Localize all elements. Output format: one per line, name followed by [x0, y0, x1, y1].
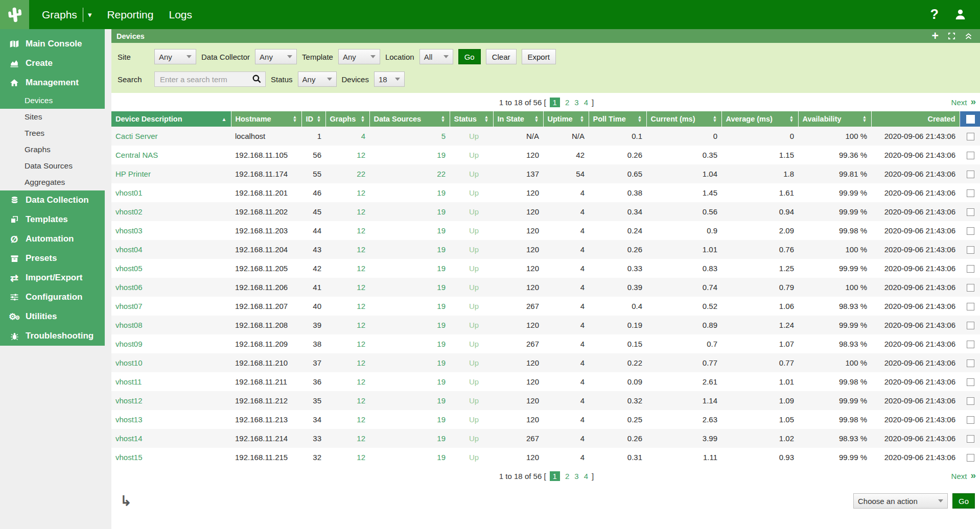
graphs-cell[interactable]: 12: [325, 448, 369, 467]
row-checkbox[interactable]: [967, 341, 974, 348]
data-sources-cell[interactable]: 19: [369, 391, 450, 410]
column-header-hostname[interactable]: Hostname▲▼: [231, 111, 301, 127]
sidebar-subitem-trees[interactable]: Trees: [0, 125, 105, 141]
chevron-down-icon[interactable]: ▾: [83, 8, 92, 22]
device-description-cell[interactable]: vhost14: [111, 429, 231, 448]
data-sources-cell[interactable]: 19: [369, 278, 450, 297]
go-button[interactable]: Go: [458, 49, 481, 64]
device-description-cell[interactable]: vhost09: [111, 334, 231, 353]
device-description-cell[interactable]: vhost11: [111, 372, 231, 391]
search-input[interactable]: [154, 71, 266, 87]
sidebar-subitem-sites[interactable]: Sites: [0, 109, 105, 125]
graphs-cell[interactable]: 12: [325, 278, 369, 297]
column-header-status[interactable]: Status▲▼: [450, 111, 493, 127]
sidebar-item-main-console[interactable]: Main Console: [0, 34, 105, 54]
data-sources-cell[interactable]: 19: [369, 146, 450, 164]
device-description-cell[interactable]: HP Printer: [111, 164, 231, 183]
menu-item-reporting[interactable]: Reporting: [99, 0, 161, 29]
data-sources-cell[interactable]: 19: [369, 372, 450, 391]
column-header-device-description[interactable]: Device Description▲: [111, 111, 231, 127]
graphs-cell[interactable]: 12: [325, 316, 369, 334]
device-description-cell[interactable]: Central NAS: [111, 146, 231, 164]
data-sources-cell[interactable]: 19: [369, 448, 450, 467]
template-select[interactable]: Any: [338, 49, 380, 64]
site-select[interactable]: Any: [154, 49, 196, 64]
graphs-cell[interactable]: 12: [325, 353, 369, 372]
graphs-cell[interactable]: 12: [325, 259, 369, 278]
device-description-cell[interactable]: vhost06: [111, 278, 231, 297]
column-header-average-ms[interactable]: Average (ms)▲▼: [721, 111, 798, 127]
user-icon[interactable]: [954, 8, 967, 21]
menu-item-graphs[interactable]: Graphs▾: [34, 0, 99, 29]
data-sources-cell[interactable]: 19: [369, 183, 450, 202]
cacti-logo[interactable]: [0, 0, 29, 29]
sidebar-item-templates[interactable]: Templates: [0, 210, 105, 229]
clear-button[interactable]: Clear: [486, 49, 517, 64]
collapse-button[interactable]: [965, 32, 972, 40]
current-page[interactable]: 1: [550, 471, 560, 481]
search-icon[interactable]: [252, 74, 262, 86]
sidebar-subitem-graphs[interactable]: Graphs: [0, 141, 105, 158]
column-header-data-sources[interactable]: Data Sources▲▼: [369, 111, 450, 127]
graphs-cell[interactable]: 12: [325, 429, 369, 448]
device-description-cell[interactable]: vhost03: [111, 221, 231, 240]
device-description-cell[interactable]: vhost01: [111, 183, 231, 202]
page-link-4[interactable]: 4: [584, 98, 588, 107]
status-select[interactable]: Any: [298, 71, 337, 87]
data-sources-cell[interactable]: 19: [369, 334, 450, 353]
data-sources-cell[interactable]: 19: [369, 429, 450, 448]
sidebar-item-create[interactable]: Create: [0, 54, 105, 73]
row-checkbox[interactable]: [967, 378, 974, 386]
device-description-cell[interactable]: vhost08: [111, 316, 231, 334]
data-sources-cell[interactable]: 19: [369, 410, 450, 429]
row-checkbox[interactable]: [967, 359, 974, 367]
devices-per-page-select[interactable]: 18: [374, 71, 405, 87]
graphs-cell[interactable]: 12: [325, 391, 369, 410]
maximize-button[interactable]: [948, 32, 955, 40]
sidebar-item-import-export[interactable]: ⇄Import/Export: [0, 268, 105, 287]
data-sources-cell[interactable]: 22: [369, 164, 450, 183]
column-header-graphs[interactable]: Graphs▲▼: [325, 111, 369, 127]
graphs-cell[interactable]: 12: [325, 334, 369, 353]
row-checkbox[interactable]: [967, 265, 974, 273]
device-description-cell[interactable]: vhost02: [111, 202, 231, 221]
row-checkbox[interactable]: [967, 152, 974, 159]
row-checkbox[interactable]: [967, 189, 974, 197]
next-page-link[interactable]: Next»: [951, 97, 975, 107]
page-link-3[interactable]: 3: [574, 98, 578, 107]
row-checkbox[interactable]: [967, 246, 974, 254]
sidebar-subitem-data-sources[interactable]: Data Sources: [0, 158, 105, 174]
select-all-checkbox[interactable]: [960, 111, 980, 127]
sidebar-subitem-devices[interactable]: Devices: [0, 92, 105, 109]
page-link-3[interactable]: 3: [574, 472, 578, 480]
next-page-link[interactable]: Next»: [951, 471, 975, 481]
sidebar-item-presets[interactable]: Presets: [0, 249, 105, 268]
select-all-checkbox-box[interactable]: [966, 115, 975, 124]
data-sources-cell[interactable]: 19: [369, 259, 450, 278]
page-link-2[interactable]: 2: [565, 98, 569, 107]
row-checkbox[interactable]: [967, 435, 974, 443]
graphs-cell[interactable]: 12: [325, 372, 369, 391]
row-checkbox[interactable]: [967, 284, 974, 292]
column-header-in-state[interactable]: In State▲▼: [493, 111, 543, 127]
graphs-cell[interactable]: 12: [325, 146, 369, 164]
help-icon[interactable]: ?: [930, 8, 939, 21]
device-description-cell[interactable]: vhost13: [111, 410, 231, 429]
current-page[interactable]: 1: [550, 98, 560, 107]
data-collector-select[interactable]: Any: [255, 49, 297, 64]
export-button[interactable]: Export: [522, 49, 556, 64]
graphs-cell[interactable]: 12: [325, 410, 369, 429]
graphs-cell[interactable]: 12: [325, 297, 369, 316]
device-description-cell[interactable]: vhost15: [111, 448, 231, 467]
graphs-cell[interactable]: 12: [325, 221, 369, 240]
device-description-cell[interactable]: Cacti Server: [111, 127, 231, 146]
row-checkbox[interactable]: [967, 397, 974, 405]
device-description-cell[interactable]: vhost10: [111, 353, 231, 372]
row-checkbox[interactable]: [967, 171, 974, 178]
column-header-id[interactable]: ID▲▼: [301, 111, 325, 127]
sidebar-item-automation[interactable]: ØAutomation: [0, 229, 105, 249]
data-sources-cell[interactable]: 19: [369, 221, 450, 240]
data-sources-cell[interactable]: 19: [369, 240, 450, 259]
column-header-created[interactable]: Created: [871, 111, 960, 127]
device-description-cell[interactable]: vhost12: [111, 391, 231, 410]
